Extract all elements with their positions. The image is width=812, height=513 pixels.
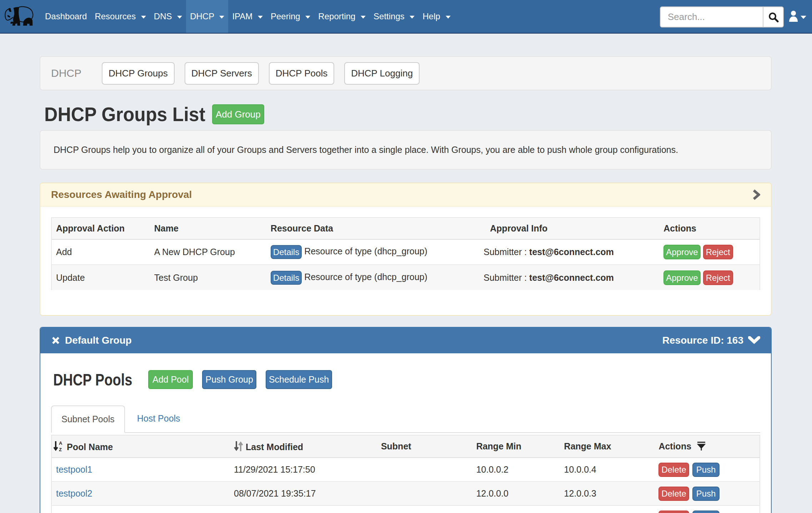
svg-text:A: A [59, 440, 62, 446]
svg-text:Z: Z [59, 447, 62, 452]
